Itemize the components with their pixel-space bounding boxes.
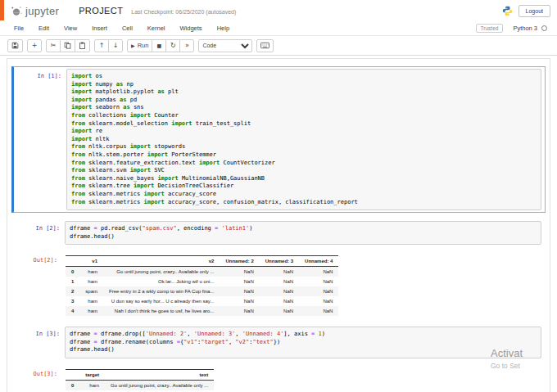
dataframe-table: v1v2Unnamed: 2Unnamed: 3Unnamed: 40hamGo…: [66, 255, 338, 316]
logout-button[interactable]: Logout: [519, 5, 550, 17]
save-icon: [11, 42, 19, 49]
table-header-row: targettext: [66, 370, 214, 381]
code-input[interactable]: import os import numpy as np import matp…: [66, 69, 541, 210]
column-header: Unnamed: 4: [299, 256, 338, 267]
menu-edit[interactable]: Edit: [31, 22, 57, 34]
code-cell[interactable]: In [3]:dframe = dframe.drop(['Unnamed: 2…: [11, 324, 546, 361]
cell-value: ham: [79, 381, 105, 391]
notebook-area: In [1]:import os import numpy as np impo…: [7, 58, 550, 392]
table-row: 4hamNah I don't think he goes to usf, he…: [66, 306, 338, 316]
header-right: Logout: [502, 5, 550, 17]
column-header: v1: [79, 256, 103, 267]
row-index: 0: [66, 267, 79, 277]
table-row: 3hamU dun say so early hor... U c alread…: [66, 296, 338, 306]
python-logo-icon: [502, 6, 513, 16]
cell-value: Free entry in 2 a wkly comp to win FA Cu…: [103, 286, 220, 296]
interrupt-kernel-button[interactable]: ■: [152, 39, 166, 52]
input-prompt: In [3]:: [14, 327, 65, 358]
cell-type-select[interactable]: Code: [198, 39, 252, 52]
command-palette-button[interactable]: [256, 39, 274, 52]
column-header: target: [79, 370, 105, 381]
menu-view[interactable]: View: [57, 22, 84, 34]
restart-icon: ↻: [170, 43, 176, 49]
move-button-group: ↑ ↓: [94, 39, 123, 52]
column-header: [66, 256, 79, 267]
cell-value: NaN: [220, 286, 259, 296]
cell-value: Nah I don't think he goes to usf, he liv…: [103, 306, 220, 316]
trusted-badge: Trusted: [476, 24, 504, 33]
cell-value: NaN: [299, 286, 338, 296]
cell-value: NaN: [299, 296, 338, 306]
output-prompt: Out[3]:: [11, 367, 62, 392]
kernel-name: Python 3: [513, 25, 537, 32]
column-header: text: [105, 370, 214, 381]
cell-value: ham: [79, 306, 103, 316]
kernel-indicator: Python 3: [513, 25, 550, 32]
cell-value: spam: [79, 286, 103, 296]
cell-value: NaN: [260, 306, 299, 316]
cut-cell-button[interactable]: ✂: [46, 39, 61, 52]
screen-edge-artifact: [0, 0, 4, 20]
cell-value: NaN: [260, 277, 299, 286]
menu-file[interactable]: File: [7, 22, 31, 34]
restart-kernel-button[interactable]: ↻: [165, 39, 180, 52]
menu-items: FileEditViewInsertCellKernelWidgetsHelp: [7, 22, 237, 34]
table-row: 1hamOk lar... Joking wif u oni...NaNNaNN…: [66, 277, 338, 286]
cell-value: ham: [79, 277, 103, 286]
cell-value: NaN: [220, 306, 259, 316]
code-cell[interactable]: In [1]:import os import numpy as np impo…: [11, 66, 546, 213]
code-cell[interactable]: In [2]:dframe = pd.read_csv("spam.csv", …: [11, 219, 546, 247]
cell-value: NaN: [299, 306, 338, 316]
output-prompt: Out[2]:: [11, 253, 62, 318]
cell-list: In [1]:import os import numpy as np impo…: [10, 66, 547, 392]
stop-icon: ■: [157, 43, 162, 48]
run-button-label: Run: [138, 42, 149, 49]
header: jupyter PROJECT Last Checkpoint: 06/25/2…: [0, 0, 557, 21]
paste-icon: [79, 42, 86, 49]
code-input[interactable]: dframe = dframe.drop(['Unnamed: 2', 'Unn…: [65, 327, 541, 358]
plus-icon: +: [32, 43, 38, 49]
run-button[interactable]: ▶ Run: [127, 39, 152, 52]
column-header: [66, 370, 79, 381]
cell-value: Ok lar... Joking wif u oni...: [103, 277, 220, 286]
move-cell-up-button[interactable]: ↑: [94, 39, 109, 52]
notebook-title[interactable]: PROJECT: [79, 6, 123, 16]
jupyter-logo-text: jupyter: [25, 5, 59, 17]
menubar-right: Trusted Python 3: [476, 24, 550, 33]
run-button-group: ▶ Run ■ ↻ »: [127, 39, 194, 52]
table-row: 0hamGo until jurong point, crazy.. Avail…: [66, 381, 214, 391]
cell-value: NaN: [299, 277, 338, 286]
cell-value: NaN: [220, 267, 259, 277]
table-header-row: v1v2Unnamed: 2Unnamed: 3Unnamed: 4: [66, 256, 338, 267]
jupyter-logo[interactable]: jupyter: [10, 5, 59, 17]
cell-value: NaN: [220, 296, 259, 306]
restart-run-all-button[interactable]: »: [179, 39, 194, 52]
cell-value: ham: [79, 296, 103, 306]
menu-widgets[interactable]: Widgets: [173, 22, 210, 34]
add-cell-button[interactable]: +: [27, 39, 42, 52]
checkpoint-status: Last Checkpoint: 06/25/2020 (autosaved): [131, 9, 236, 15]
menu-kernel[interactable]: Kernel: [140, 22, 173, 34]
menu-cell[interactable]: Cell: [115, 22, 140, 34]
copy-cell-button[interactable]: [60, 39, 75, 52]
cell-value: NaN: [299, 267, 338, 277]
clipboard-button-group: ✂: [46, 39, 90, 52]
menu-help[interactable]: Help: [210, 22, 237, 34]
toolbar: + ✂ ↑ ↓ ▶ Run ■: [0, 36, 557, 56]
play-icon: ▶: [131, 43, 135, 48]
fast-forward-icon: »: [185, 43, 189, 49]
output-area: targettext0hamGo until jurong point, cra…: [62, 367, 546, 392]
copy-icon: [64, 42, 71, 49]
menu-insert[interactable]: Insert: [84, 22, 115, 34]
kernel-status-icon: [541, 25, 547, 31]
move-cell-down-button[interactable]: ↓: [108, 39, 123, 52]
row-index: 1: [66, 277, 79, 286]
menubar: FileEditViewInsertCellKernelWidgetsHelp …: [0, 21, 557, 36]
save-button[interactable]: [7, 39, 23, 52]
dataframe-table: targettext0hamGo until jurong point, cra…: [66, 369, 214, 390]
cell-value: NaN: [260, 267, 299, 277]
scissors-icon: ✂: [51, 43, 57, 49]
code-input[interactable]: dframe = pd.read_csv("spam.csv", encodin…: [65, 221, 541, 245]
paste-cell-button[interactable]: [75, 39, 90, 52]
output-area: v1v2Unnamed: 2Unnamed: 3Unnamed: 40hamGo…: [62, 253, 546, 318]
